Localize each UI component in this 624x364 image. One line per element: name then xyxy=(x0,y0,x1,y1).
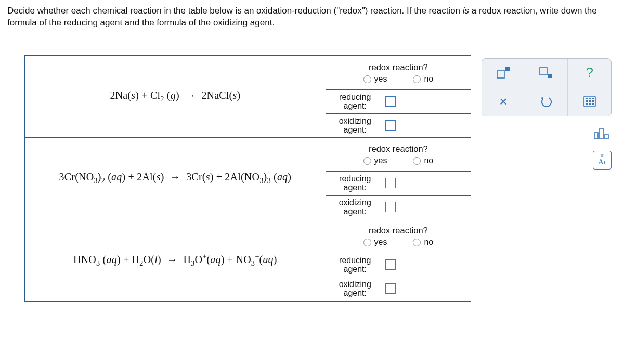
instructions-text-1: Decide whether each chemical reaction in… xyxy=(7,6,463,16)
svg-rect-16 xyxy=(605,135,608,139)
svg-rect-5 xyxy=(586,98,588,99)
equation-1: 2Na(s) + Cl2 (g) → 2NaCl(s) xyxy=(110,89,240,101)
svg-rect-8 xyxy=(586,100,588,102)
svg-rect-0 xyxy=(497,71,504,78)
oxidizing-label: oxidizing agent: xyxy=(331,198,379,216)
oxidizing-label: oxidizing agent: xyxy=(331,116,379,135)
reducing-label: reducing agent: xyxy=(331,174,379,192)
svg-rect-10 xyxy=(592,100,594,102)
svg-rect-9 xyxy=(589,100,591,102)
svg-rect-12 xyxy=(589,103,591,105)
radio-no-1[interactable]: no xyxy=(413,74,433,84)
redox-question-label: redox reaction? xyxy=(369,144,428,154)
oxidizing-input-1[interactable] xyxy=(385,120,396,131)
reducing-label: reducing agent: xyxy=(331,256,379,274)
help-icon[interactable]: ? xyxy=(568,59,611,87)
equation-cell-1: 2Na(s) + Cl2 (g) → 2NaCl(s) xyxy=(24,56,326,138)
equation-2: 3Cr(NO3)2 (aq) + 2Al(s) → 3Cr(s) + 2Al(N… xyxy=(59,171,292,183)
reducing-input-1[interactable] xyxy=(385,96,396,107)
oxidizing-input-2[interactable] xyxy=(385,202,396,212)
superscript-tool-icon[interactable] xyxy=(482,59,525,87)
keypad-icon[interactable] xyxy=(568,87,611,116)
close-icon[interactable]: × xyxy=(482,87,525,116)
svg-rect-7 xyxy=(592,98,594,99)
redox-question-label: redox reaction? xyxy=(369,226,428,236)
oxidizing-label: oxidizing agent: xyxy=(331,280,379,298)
instructions-text-italic: is xyxy=(463,6,469,16)
radio-no-2[interactable]: no xyxy=(413,156,433,165)
oxidizing-input-3[interactable] xyxy=(385,283,396,294)
reducing-label: reducing agent: xyxy=(331,93,379,111)
redox-question-label: redox reaction? xyxy=(369,62,428,72)
answer-cell-3: redox reaction? yes no reducing agent: o… xyxy=(326,219,471,301)
reducing-input-2[interactable] xyxy=(385,178,396,188)
equation-cell-3: HNO3 (aq) + H2O(l) → H3O+(aq) + NO3−(aq) xyxy=(24,219,326,301)
svg-rect-15 xyxy=(600,128,603,139)
subscript-tool-icon[interactable] xyxy=(525,59,568,87)
radio-no-3[interactable]: no xyxy=(413,238,433,247)
tool-palette: ? × 18 Ar xyxy=(482,58,612,170)
radio-yes-2[interactable]: yes xyxy=(363,156,387,165)
reaction-table: 2Na(s) + Cl2 (g) → 2NaCl(s) redox reacti… xyxy=(24,55,471,302)
instructions: Decide whether each chemical reaction in… xyxy=(0,0,624,36)
svg-rect-2 xyxy=(540,68,547,75)
radio-yes-1[interactable]: yes xyxy=(363,74,387,84)
bar-chart-icon[interactable] xyxy=(593,123,612,141)
answer-cell-2: redox reaction? yes no reducing agent: o… xyxy=(326,137,471,219)
svg-rect-6 xyxy=(589,98,591,99)
svg-rect-3 xyxy=(548,74,552,78)
equation-3: HNO3 (aq) + H2O(l) → H3O+(aq) + NO3−(aq) xyxy=(73,254,277,265)
answer-cell-1: redox reaction? yes no reducing agent: o… xyxy=(326,56,471,138)
undo-icon[interactable] xyxy=(525,87,568,116)
svg-rect-14 xyxy=(594,133,598,139)
svg-rect-13 xyxy=(592,103,594,105)
svg-rect-11 xyxy=(586,103,588,105)
periodic-element-icon[interactable]: 18 Ar xyxy=(593,151,612,170)
svg-rect-1 xyxy=(505,67,510,71)
equation-cell-2: 3Cr(NO3)2 (aq) + 2Al(s) → 3Cr(s) + 2Al(N… xyxy=(24,137,326,219)
radio-yes-3[interactable]: yes xyxy=(363,238,387,247)
reducing-input-3[interactable] xyxy=(385,259,396,270)
